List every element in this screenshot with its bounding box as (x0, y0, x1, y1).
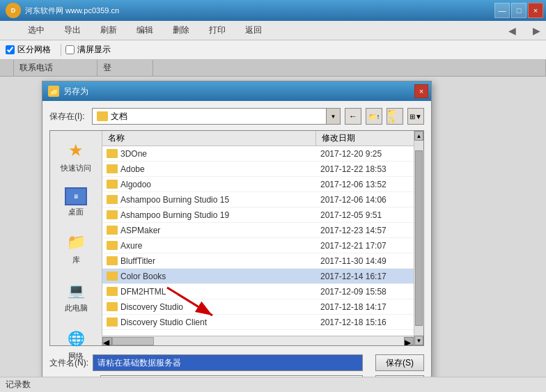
sidebar-item-library[interactable]: 📁 库 (54, 228, 98, 268)
folder-icon (107, 241, 118, 250)
filetype-select[interactable]: Microsoft Excel Workbook (*.xls) ▼ (100, 375, 363, 377)
file-row[interactable]: DFM2HTML2017-12-09 15:58 (102, 284, 414, 299)
file-row[interactable]: Discovery Studio2017-12-18 14:17 (102, 299, 414, 315)
file-name-text: Discovery Studio Client (120, 317, 207, 327)
folder-icon (107, 226, 118, 235)
desktop-icon: 🖥 (65, 187, 87, 205)
file-date-cell: 2017-12-18 15:16 (316, 317, 414, 327)
close-button[interactable]: × (528, 3, 543, 18)
file-name-text: Axure (120, 241, 142, 251)
maximize-button[interactable]: □ (511, 3, 526, 18)
file-name-cell: ASPMaker (102, 226, 316, 235)
file-row[interactable]: Algodoo2017-12-06 13:52 (102, 177, 414, 192)
folder-icon (107, 195, 118, 204)
nav-prev[interactable]: ◀ (508, 25, 516, 36)
star-icon: ★ (65, 139, 87, 162)
file-row[interactable]: Color Books2017-12-14 16:17 (102, 269, 414, 284)
v-scroll-down[interactable]: ▼ (414, 336, 423, 345)
file-row[interactable]: ASPMaker2017-12-23 14:57 (102, 223, 414, 238)
save-location-select[interactable]: 文档 ▼ (92, 108, 341, 125)
grid-checkbox[interactable] (6, 45, 15, 54)
filename-input[interactable] (93, 354, 363, 371)
col-name-header: 名称 (102, 131, 316, 146)
window-controls[interactable]: — □ × (494, 3, 543, 18)
file-name-cell: DFM2HTML (102, 287, 316, 297)
menu-bar: 选中 导出 刷新 编辑 删除 打印 返回 ◀ ▶ (0, 21, 546, 40)
select-arrow-icon: ▼ (326, 109, 340, 124)
folder-icon (107, 272, 118, 281)
horizontal-scrollbar[interactable]: ◀ ▶ (102, 336, 414, 345)
file-row[interactable]: 3DOne2017-12-20 9:25 (102, 146, 414, 162)
dialog-folder-icon: 📁 (48, 86, 59, 97)
h-scroll-left[interactable]: ◀ (102, 337, 112, 345)
nav-up-button[interactable]: 📁↑ (366, 108, 382, 125)
file-row[interactable]: Adobe2017-12-22 18:53 (102, 162, 414, 177)
nav-view-button[interactable]: ⊞▼ (407, 108, 424, 125)
file-name-text: Ashampoo Burning Studio 15 (120, 195, 229, 205)
app-logo: D (6, 3, 21, 18)
sidebar-label-quickaccess: 快速访问 (61, 163, 91, 173)
file-name-cell: Discovery Studio (102, 302, 316, 312)
file-name-cell: Adobe (102, 164, 316, 174)
folder-icon (107, 302, 118, 311)
file-row[interactable]: Discovery Studio Client2017-12-18 15:16 (102, 315, 414, 330)
file-row[interactable]: Ashampoo Burning Studio 192017-12-05 9:5… (102, 207, 414, 223)
menu-print[interactable]: 打印 (206, 23, 228, 38)
toolbar: 区分网格 满屏显示 (0, 40, 546, 60)
menu-delete[interactable]: 删除 (170, 23, 192, 38)
fullscreen-checkbox-row: 满屏显示 (65, 44, 111, 56)
menu-edit[interactable]: 编辑 (134, 23, 156, 38)
folder-icon (107, 149, 118, 158)
file-row[interactable]: Ashampoo Burning Studio 152017-12-06 14:… (102, 192, 414, 207)
file-row[interactable]: BluffTitler2017-11-30 14:49 (102, 253, 414, 269)
h-scroll-thumb[interactable] (112, 337, 154, 345)
file-list-header: 名称 修改日期 (102, 131, 414, 146)
filename-label: 文件名(N): (49, 357, 88, 369)
sidebar-label-library: 库 (72, 255, 80, 265)
sidebar-item-thispc[interactable]: 💻 此电脑 (54, 276, 98, 316)
menu-refresh[interactable]: 刷新 (98, 23, 120, 38)
save-location-label: 保存在(I): (49, 111, 88, 123)
col-date-header: 修改日期 (316, 131, 414, 146)
dialog-close-button[interactable]: × (414, 84, 428, 98)
dialog-body: 保存在(I): 文档 ▼ ← 📁↑ 📁✨ ⊞▼ (42, 101, 431, 377)
fullscreen-checkbox[interactable] (65, 45, 75, 54)
folder-icon (107, 256, 118, 265)
file-date-cell: 2017-12-18 14:17 (316, 302, 414, 312)
nav-next[interactable]: ▶ (533, 25, 540, 36)
nav-back-button[interactable]: ← (345, 108, 361, 125)
h-scroll-right[interactable]: ▶ (404, 337, 414, 345)
menu-back[interactable]: 返回 (242, 23, 265, 38)
file-name-cell: Ashampoo Burning Studio 19 (102, 210, 316, 220)
vertical-scrollbar[interactable]: ▲ ▼ (414, 131, 423, 345)
v-scroll-up[interactable]: ▲ (414, 131, 423, 141)
file-name-text: Ashampoo Burning Studio 19 (120, 210, 229, 220)
file-list-body: 3DOne2017-12-20 9:25Adobe2017-12-22 18:5… (102, 146, 414, 336)
app-title: 河东软件网 www.pc0359.cn (25, 6, 119, 16)
minimize-button[interactable]: — (494, 3, 510, 18)
file-name-text: DFM2HTML (120, 287, 166, 297)
fullscreen-label: 满屏显示 (77, 44, 111, 56)
file-date-cell: 2017-12-23 14:57 (316, 226, 414, 235)
file-name-cell: Axure (102, 241, 316, 251)
v-scroll-thumb[interactable] (415, 150, 423, 326)
sidebar-item-desktop[interactable]: 🖥 桌面 (54, 185, 98, 220)
menu-select[interactable]: 选中 (25, 23, 47, 38)
save-button[interactable]: 保存(S) (375, 354, 424, 371)
file-row[interactable]: Axure2017-12-21 17:07 (102, 238, 414, 253)
sidebar-label-thispc: 此电脑 (65, 303, 88, 313)
file-name-cell: Ashampoo Burning Studio 15 (102, 195, 316, 205)
dialog-title-bar: 📁 另存为 × (42, 81, 431, 101)
file-date-cell: 2017-12-09 15:58 (316, 287, 414, 297)
h-scroll-track (112, 337, 404, 345)
filetype-row: 保存类型(T): Microsoft Excel Workbook (*.xls… (49, 375, 424, 377)
dialog-bottom: 文件名(N): 保存(S) 保存类型(T): Microsoft Excel W… (49, 354, 424, 377)
menu-export[interactable]: 导出 (61, 23, 84, 38)
file-name-cell: Color Books (102, 272, 316, 281)
file-name-text: ASPMaker (120, 226, 160, 235)
nav-new-folder-button[interactable]: 📁✨ (387, 108, 403, 125)
cancel-button[interactable]: 取消 (375, 375, 424, 377)
file-browser: ★ 快速访问 🖥 桌面 📁 库 💻 此电脑 (49, 130, 424, 346)
filename-row: 文件名(N): 保存(S) (49, 354, 424, 371)
sidebar-item-quickaccess[interactable]: ★ 快速访问 (54, 136, 98, 176)
